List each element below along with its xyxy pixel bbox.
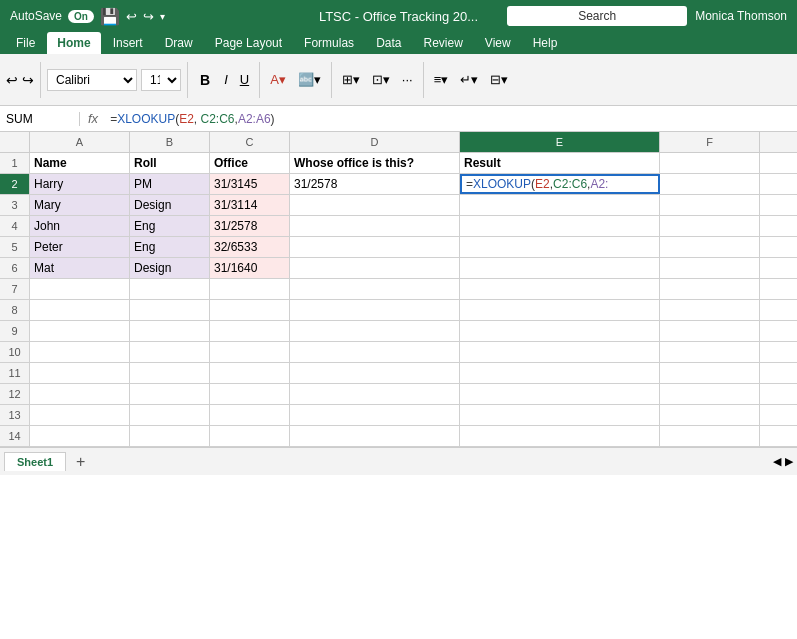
- wrap-text-icon[interactable]: ↵▾: [456, 70, 482, 89]
- row-num-2[interactable]: 2: [0, 174, 30, 194]
- cell-reference-box[interactable]: SUM: [0, 112, 80, 126]
- add-sheet-button[interactable]: +: [70, 453, 91, 471]
- cell-c8[interactable]: [210, 300, 290, 320]
- undo-icon[interactable]: ↩: [126, 9, 137, 24]
- cell-c6[interactable]: 31/1640: [210, 258, 290, 278]
- ribbon-tab-view[interactable]: View: [475, 32, 521, 54]
- cell-a4[interactable]: John: [30, 216, 130, 236]
- cell-e12[interactable]: [460, 384, 660, 404]
- cell-c3[interactable]: 31/3114: [210, 195, 290, 215]
- cell-c12[interactable]: [210, 384, 290, 404]
- redo-icon[interactable]: ↪: [143, 9, 154, 24]
- cell-f14[interactable]: [660, 426, 760, 446]
- cell-e7[interactable]: [460, 279, 660, 299]
- cell-e2[interactable]: =XLOOKUP(E2, C2:C6,A2:: [460, 174, 660, 194]
- ribbon-tab-draw[interactable]: Draw: [155, 32, 203, 54]
- redo-ribbon-icon[interactable]: ↪: [22, 72, 34, 88]
- cell-d9[interactable]: [290, 321, 460, 341]
- col-header-f[interactable]: F: [660, 132, 760, 152]
- borders-icon[interactable]: ⊞▾: [338, 70, 364, 89]
- row-num-14[interactable]: 14: [0, 426, 30, 446]
- cell-e5[interactable]: [460, 237, 660, 257]
- cell-f3[interactable]: [660, 195, 760, 215]
- row-num-3[interactable]: 3: [0, 195, 30, 215]
- ribbon-tab-review[interactable]: Review: [413, 32, 472, 54]
- italic-button[interactable]: I: [220, 70, 232, 89]
- search-box[interactable]: Search: [507, 6, 687, 26]
- cell-d8[interactable]: [290, 300, 460, 320]
- cell-a5[interactable]: Peter: [30, 237, 130, 257]
- merge-icon[interactable]: ⊡▾: [368, 70, 394, 89]
- cell-b1[interactable]: Roll: [130, 153, 210, 173]
- ribbon-tab-file[interactable]: File: [6, 32, 45, 54]
- cell-d2[interactable]: 31/2578: [290, 174, 460, 194]
- merge-cells-icon[interactable]: ⊟▾: [486, 70, 512, 89]
- cell-c1[interactable]: Office: [210, 153, 290, 173]
- cell-f13[interactable]: [660, 405, 760, 425]
- cell-f7[interactable]: [660, 279, 760, 299]
- row-num-1[interactable]: 1: [0, 153, 30, 173]
- cell-f12[interactable]: [660, 384, 760, 404]
- cell-c14[interactable]: [210, 426, 290, 446]
- cell-a11[interactable]: [30, 363, 130, 383]
- cell-d14[interactable]: [290, 426, 460, 446]
- font-name-selector[interactable]: Calibri: [47, 69, 137, 91]
- cell-d10[interactable]: [290, 342, 460, 362]
- cell-e1[interactable]: Result: [460, 153, 660, 173]
- cell-d12[interactable]: [290, 384, 460, 404]
- cell-d3[interactable]: [290, 195, 460, 215]
- cell-b5[interactable]: Eng: [130, 237, 210, 257]
- cell-a9[interactable]: [30, 321, 130, 341]
- cell-c4[interactable]: 31/2578: [210, 216, 290, 236]
- cell-b14[interactable]: [130, 426, 210, 446]
- row-num-7[interactable]: 7: [0, 279, 30, 299]
- row-num-6[interactable]: 6: [0, 258, 30, 278]
- cell-f11[interactable]: [660, 363, 760, 383]
- scroll-right-icon[interactable]: ▶: [785, 455, 793, 468]
- cell-a8[interactable]: [30, 300, 130, 320]
- cell-d1[interactable]: Whose office is this?: [290, 153, 460, 173]
- cell-c11[interactable]: [210, 363, 290, 383]
- cell-d5[interactable]: [290, 237, 460, 257]
- cell-b12[interactable]: [130, 384, 210, 404]
- cell-a10[interactable]: [30, 342, 130, 362]
- fill-color-icon[interactable]: 🔤▾: [294, 70, 325, 89]
- col-header-b[interactable]: B: [130, 132, 210, 152]
- cell-f6[interactable]: [660, 258, 760, 278]
- cell-e3[interactable]: [460, 195, 660, 215]
- cell-b6[interactable]: Design: [130, 258, 210, 278]
- cell-b3[interactable]: Design: [130, 195, 210, 215]
- ribbon-tab-insert[interactable]: Insert: [103, 32, 153, 54]
- row-num-13[interactable]: 13: [0, 405, 30, 425]
- row-num-9[interactable]: 9: [0, 321, 30, 341]
- save-icon[interactable]: 💾: [100, 7, 120, 26]
- cell-a12[interactable]: [30, 384, 130, 404]
- cell-b13[interactable]: [130, 405, 210, 425]
- cell-c7[interactable]: [210, 279, 290, 299]
- cell-e6[interactable]: [460, 258, 660, 278]
- col-header-c[interactable]: C: [210, 132, 290, 152]
- cell-b2[interactable]: PM: [130, 174, 210, 194]
- cell-e14[interactable]: [460, 426, 660, 446]
- cell-f2[interactable]: [660, 174, 760, 194]
- cell-a14[interactable]: [30, 426, 130, 446]
- more-ribbon-btn[interactable]: ···: [398, 70, 417, 89]
- cell-a1[interactable]: Name: [30, 153, 130, 173]
- cell-c5[interactable]: 32/6533: [210, 237, 290, 257]
- scroll-left-icon[interactable]: ◀: [773, 455, 781, 468]
- underline-button[interactable]: U: [236, 70, 253, 89]
- row-num-12[interactable]: 12: [0, 384, 30, 404]
- cell-d7[interactable]: [290, 279, 460, 299]
- cell-e10[interactable]: [460, 342, 660, 362]
- cell-f10[interactable]: [660, 342, 760, 362]
- bold-button[interactable]: B: [194, 70, 216, 90]
- row-num-8[interactable]: 8: [0, 300, 30, 320]
- cell-b11[interactable]: [130, 363, 210, 383]
- row-num-5[interactable]: 5: [0, 237, 30, 257]
- cell-e11[interactable]: [460, 363, 660, 383]
- cell-f1[interactable]: [660, 153, 760, 173]
- cell-a6[interactable]: Mat: [30, 258, 130, 278]
- ribbon-tab-page layout[interactable]: Page Layout: [205, 32, 292, 54]
- cell-e8[interactable]: [460, 300, 660, 320]
- cell-e13[interactable]: [460, 405, 660, 425]
